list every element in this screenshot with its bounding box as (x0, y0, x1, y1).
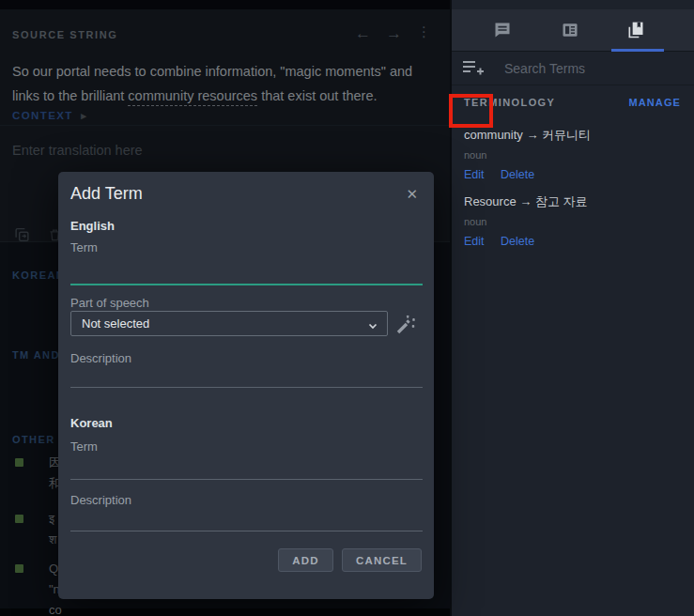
terminology-header: TERMINOLOGY MANAGE (452, 85, 694, 114)
english-description-input-underline[interactable] (70, 387, 423, 388)
modal-title: Add Term (70, 184, 143, 204)
term-entry: Resource → 참고 자료 noun Edit Delete (464, 193, 682, 248)
term-source: Resource (464, 194, 517, 208)
panel-tab-bar (452, 9, 694, 52)
english-section-label: English (70, 219, 115, 233)
term-pair: Resource → 참고 자료 (464, 193, 682, 210)
chevron-down-icon (367, 318, 378, 335)
term-target: 커뮤니티 (542, 128, 591, 142)
term-arrow-icon: → (519, 194, 532, 208)
magic-wand-icon[interactable] (394, 313, 417, 335)
term-pair: community → 커뮤니티 (464, 127, 682, 144)
term-search-row (452, 52, 694, 85)
english-description-label: Description (70, 351, 131, 365)
korean-term-label: Term (70, 439, 98, 454)
term-part-of-speech: noun (464, 216, 682, 227)
tab-segment-details[interactable] (544, 21, 596, 51)
translation-app-window: SOURCE STRING ← → ⋮ So our portal needs … (0, 0, 694, 616)
add-button[interactable]: ADD (278, 548, 333, 572)
add-term-icon[interactable] (461, 58, 486, 79)
term-arrow-icon: → (526, 128, 538, 142)
term-delete-link[interactable]: Delete (501, 168, 534, 181)
part-of-speech-select[interactable]: Not selected (70, 311, 388, 336)
korean-description-input-underline[interactable] (70, 531, 423, 531)
cancel-button[interactable]: CANCEL (342, 548, 422, 572)
tab-comments[interactable] (476, 21, 529, 51)
korean-description-label: Description (70, 493, 131, 507)
add-term-modal: Add Term ✕ English Term Part of speech N… (58, 172, 434, 599)
term-source: community (464, 128, 523, 142)
part-of-speech-label: Part of speech (70, 296, 149, 310)
close-icon[interactable]: ✕ (406, 186, 418, 203)
english-term-label: Term (70, 240, 98, 254)
term-part-of-speech: noun (464, 149, 682, 161)
term-delete-link[interactable]: Delete (501, 235, 534, 248)
terminology-label: TERMINOLOGY (464, 97, 555, 108)
english-term-input-underline[interactable] (70, 284, 423, 285)
term-edit-link[interactable]: Edit (464, 168, 485, 181)
korean-term-input-underline[interactable] (70, 479, 423, 480)
right-side-panel: TERMINOLOGY MANAGE community → 커뮤니티 noun… (452, 0, 694, 616)
term-edit-link[interactable]: Edit (464, 235, 485, 248)
search-terms-input[interactable] (504, 58, 678, 79)
manage-link[interactable]: MANAGE (629, 97, 682, 108)
tab-terminology[interactable] (609, 21, 662, 51)
term-target: 참고 자료 (535, 194, 588, 208)
term-entry: community → 커뮤니티 noun Edit Delete (464, 127, 682, 181)
korean-section-label: Korean (70, 416, 113, 430)
part-of-speech-value: Not selected (82, 316, 149, 331)
panel-divider (450, 0, 452, 616)
